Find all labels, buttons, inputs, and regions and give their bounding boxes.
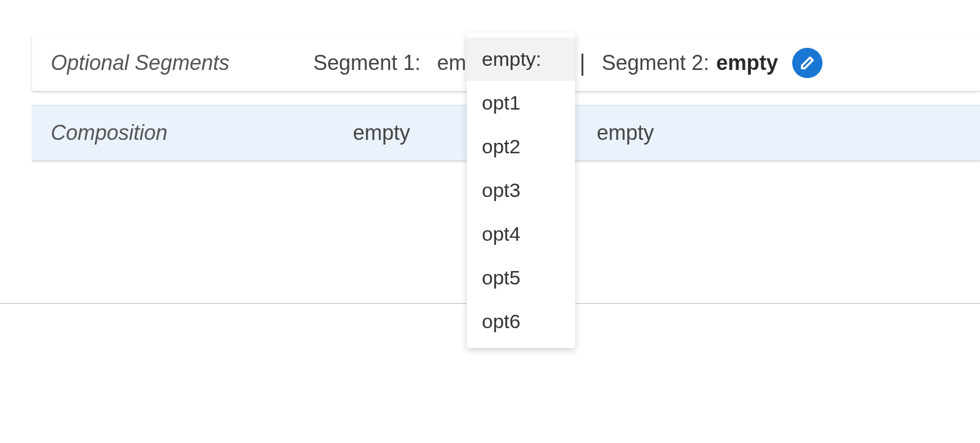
composition-title: Composition — [32, 121, 295, 145]
page-root: Optional Segments Segment 1: empty: | Se… — [0, 0, 980, 443]
segment-1-dropdown-option[interactable]: empty: — [467, 37, 575, 81]
segment-2-edit-button[interactable] — [792, 48, 822, 78]
segment-separator: | — [579, 50, 585, 76]
pencil-icon — [799, 55, 816, 71]
segment-1-dropdown-option[interactable]: opt3 — [467, 168, 575, 212]
composition-col-1-value: empty — [353, 121, 410, 145]
segment-1-dropdown-menu[interactable]: empty:opt1opt2opt3opt4opt5opt6 — [467, 33, 575, 348]
segment-1-dropdown-option[interactable]: opt2 — [467, 125, 575, 168]
segment-1-dropdown-option[interactable]: opt1 — [467, 81, 575, 125]
segment-1-dropdown-option[interactable]: opt4 — [467, 212, 575, 256]
composition-col-2-value: empty — [597, 121, 654, 145]
segment-1-dropdown-option[interactable]: opt5 — [467, 256, 575, 300]
segment-2-value: empty — [716, 51, 778, 75]
optional-segments-title: Optional Segments — [51, 51, 313, 75]
segment-2-label: Segment 2: — [602, 51, 709, 75]
segment-1-label: Segment 1: — [313, 51, 421, 75]
segment-1-dropdown-option[interactable]: opt6 — [467, 300, 575, 343]
